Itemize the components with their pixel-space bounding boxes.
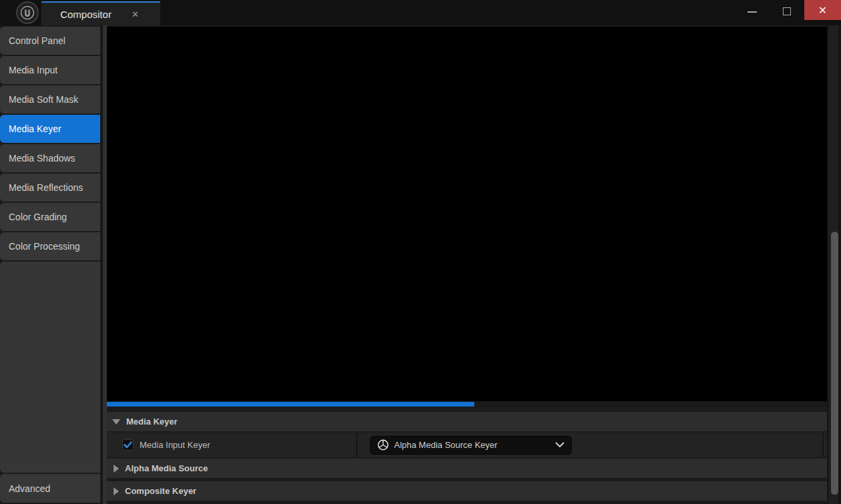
sidebar-item-media-reflections[interactable]: Media Reflections [0,174,100,202]
class-asset-icon [377,439,389,451]
maximize-icon [783,7,791,15]
collapsed-triangle-icon [114,465,119,473]
sidebar-item-media-shadows[interactable]: Media Shadows [0,144,100,172]
close-button[interactable]: ✕ [804,0,841,20]
sidebar-item-media-keyer[interactable]: Media Keyer [0,115,100,143]
property-row-media-input-keyer: Media Input Keyer Alpha Media Source Key… [107,433,841,457]
expanded-triangle-icon [112,419,120,425]
property-value-cell: Alpha Media Source Keyer [357,433,824,457]
media-preview-viewport [107,25,841,401]
sidebar-item-control-panel[interactable]: Control Panel [0,27,100,55]
sidebar-splitter[interactable] [100,25,107,504]
unreal-logo-icon [16,1,39,24]
media-input-keyer-checkbox[interactable] [122,439,134,451]
title-bar: Compositor ✕ ✕ [0,0,841,25]
minimize-button[interactable] [735,0,770,20]
chevron-down-icon [555,442,564,448]
details-panel: Media Keyer Media Input Keyer [107,407,841,504]
tab-title: Compositor [60,9,112,20]
vertical-scrollbar[interactable] [827,25,841,504]
tab-close-icon[interactable]: ✕ [129,9,142,20]
sidebar-item-color-processing[interactable]: Color Processing [0,232,100,260]
collapsed-triangle-icon [114,487,119,495]
property-label: Media Input Keyer [140,440,210,450]
progress-fill [107,402,474,407]
sidebar-item-advanced[interactable]: Advanced [0,474,100,503]
sidebar: Control Panel Media Input Media Soft Mas… [0,25,100,504]
sidebar-item-color-grading[interactable]: Color Grading [0,203,100,231]
minimize-icon [747,11,757,13]
playback-progress-bar[interactable] [107,401,841,407]
checkmark-icon [123,440,133,450]
tab-compositor[interactable]: Compositor ✕ [41,1,160,25]
sidebar-empty-area [0,262,100,473]
property-name-cell: Media Input Keyer [107,433,357,457]
scrollbar-thumb[interactable] [831,232,838,495]
section-header-composite-keyer[interactable]: Composite Keyer [107,481,841,501]
sidebar-item-media-soft-mask[interactable]: Media Soft Mask [0,85,100,113]
window-controls: ✕ [735,0,841,20]
section-header-media-keyer[interactable]: Media Keyer [107,412,841,431]
compositor-window: Compositor ✕ ✕ Control Panel Media Input… [0,0,841,504]
section-header-alpha-media-source[interactable]: Alpha Media Source [107,459,841,478]
content-area: Media Keyer Media Input Keyer [107,25,841,504]
keyer-class-dropdown[interactable]: Alpha Media Source Keyer [370,436,572,455]
dropdown-value: Alpha Media Source Keyer [394,440,555,450]
maximize-button[interactable] [770,0,804,20]
sidebar-item-media-input[interactable]: Media Input [0,56,100,84]
main-area: Control Panel Media Input Media Soft Mas… [0,25,841,504]
